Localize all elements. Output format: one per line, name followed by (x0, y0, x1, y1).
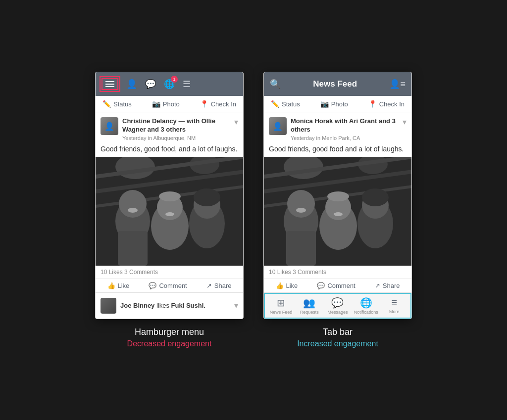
right-post-chevron-icon: ▾ (403, 117, 406, 127)
requests-tab-icon: 👥 (303, 297, 315, 309)
svg-rect-8 (118, 231, 148, 266)
preview-target: Fuki Sushi. (171, 302, 205, 309)
avatar-image: 👤 (101, 117, 118, 135)
hamburger-line-3 (105, 86, 114, 87)
profile-icon[interactable]: 👤≡ (389, 79, 406, 90)
right-post-meta: Monica Horak with Ari Grant and 3 others… (291, 117, 406, 141)
newsfeed-tab-label: News Feed (270, 310, 293, 315)
tab-bar: ⊞ News Feed 👥 Requests 💬 Messages 🌐 Noti… (264, 293, 411, 319)
right-checkin-action[interactable]: 📍 Check In (368, 100, 405, 108)
share-action[interactable]: ↗ Share (206, 282, 232, 289)
svg-point-11 (159, 191, 181, 201)
preview-name: Joe Binney (120, 302, 154, 309)
right-photo-action[interactable]: 📷 Photo (320, 100, 348, 108)
like-label: Like (118, 282, 130, 289)
notification-badge: 1 (171, 76, 178, 83)
left-post-meta: Christine Delancy — with Ollie Wagner an… (122, 117, 238, 141)
right-like-label: Like (286, 282, 298, 289)
right-post-name: Monica Horak with Ari Grant and 3 others (291, 117, 406, 134)
like-action[interactable]: 👍 Like (107, 282, 130, 289)
preview-avatar (101, 298, 116, 314)
svg-point-7 (119, 190, 147, 218)
svg-point-31 (362, 188, 389, 206)
tab-notifications[interactable]: 🌐 Notifications (354, 297, 378, 315)
left-label-sub: Decreased engagement (127, 339, 212, 348)
left-post-stats: 10 Likes 3 Comments (96, 266, 243, 279)
right-phone-label: Tab bar Increased engagement (297, 327, 378, 348)
left-post-sub: Yesterday in Albuquerque, NM (122, 135, 238, 141)
comment-action[interactable]: 💬 Comment (149, 282, 187, 289)
notifications-tab-icon: 🌐 (360, 297, 372, 309)
tab-more[interactable]: ≡ More (382, 297, 406, 314)
more-tab-icon: ≡ (392, 297, 398, 308)
right-comment-label: Comment (327, 282, 355, 289)
svg-point-33 (334, 212, 343, 216)
right-photo-icon: 📷 (320, 100, 329, 108)
right-share-label: Share (383, 282, 400, 289)
newsfeed-tab-icon: ⊞ (277, 297, 285, 309)
left-post-name: Christine Delancy — with Ollie Wagner an… (122, 117, 238, 134)
right-post-stats: 10 Likes 3 Comments (264, 266, 411, 279)
checkin-action[interactable]: 📍 Check In (200, 100, 236, 108)
menu-nav-icon[interactable]: ☰ (183, 79, 191, 90)
share-icon: ↗ (206, 282, 212, 289)
requests-tab-label: Requests (300, 310, 319, 315)
friends-nav-icon[interactable]: 👤 (126, 79, 137, 90)
photo-label: Photo (163, 100, 180, 108)
svg-point-14 (194, 188, 220, 206)
author-name: Christine Delancy (122, 117, 177, 125)
chat-nav-icon[interactable]: 💬 (145, 79, 156, 90)
right-avatar-image: 👤 (269, 117, 287, 135)
preview-chevron-icon: ▾ (234, 301, 238, 310)
more-tab-label: More (389, 309, 400, 314)
photo-action[interactable]: 📷 Photo (152, 100, 180, 108)
svg-point-16 (165, 212, 174, 216)
right-checkin-label: Check In (379, 100, 405, 108)
comparison-container: 👤 💬 🌐 1 ☰ ✏️ Status 📷 Photo (95, 72, 412, 348)
right-share-action[interactable]: ↗ Share (375, 282, 400, 289)
right-phone: 🔍 News Feed 👤≡ ✏️ Status 📷 Photo 📍 (263, 72, 412, 319)
right-comment-icon: 💬 (317, 282, 325, 289)
right-post-1: 👤 Monica Horak with Ari Grant and 3 othe… (264, 112, 411, 293)
tab-messages[interactable]: 💬 Messages (325, 297, 350, 315)
hamburger-menu-button[interactable] (101, 78, 118, 90)
svg-rect-25 (286, 231, 316, 266)
left-post-actions: 👍 Like 💬 Comment ↗ Share (96, 279, 243, 292)
messages-tab-icon: 💬 (331, 297, 344, 309)
left-nav-bar: 👤 💬 🌐 1 ☰ (96, 72, 243, 96)
share-label: Share (214, 282, 232, 289)
left-post-preview: Joe Binney likes Fuki Sushi. ▾ (96, 293, 243, 319)
checkin-label: Check In (211, 100, 236, 108)
tab-requests[interactable]: 👥 Requests (297, 297, 322, 315)
right-checkin-icon: 📍 (368, 100, 377, 108)
right-label-sub: Increased engagement (297, 339, 378, 348)
tab-newsfeed[interactable]: ⊞ News Feed (269, 297, 294, 315)
left-post-avatar: 👤 (101, 117, 118, 135)
photo-icon: 📷 (152, 100, 160, 108)
right-post-image (264, 157, 411, 266)
right-action-bar: ✏️ Status 📷 Photo 📍 Check In (264, 96, 411, 112)
right-status-action[interactable]: ✏️ Status (271, 100, 300, 108)
status-action[interactable]: ✏️ Status (102, 100, 132, 108)
right-post-sub: Yesterday in Menlo Park, CA (291, 135, 406, 141)
right-nav-bar: 🔍 News Feed 👤≡ (264, 72, 411, 96)
notifications-tab-label: Notifications (354, 310, 378, 315)
right-comment-action[interactable]: 💬 Comment (317, 282, 355, 289)
svg-point-24 (287, 190, 315, 218)
right-friends-photo-svg (264, 157, 412, 266)
preview-text: Joe Binney likes Fuki Sushi. (120, 302, 205, 309)
post-chevron-icon: ▾ (234, 117, 238, 127)
comment-icon: 💬 (149, 282, 156, 289)
globe-nav-icon[interactable]: 🌐 1 (164, 79, 175, 90)
right-like-action[interactable]: 👍 Like (276, 282, 298, 289)
svg-point-28 (327, 191, 349, 201)
cyan-line-horizontal (411, 308, 412, 309)
left-post-header: 👤 Christine Delancy — with Ollie Wagner … (96, 112, 243, 143)
right-post-actions: 👍 Like 💬 Comment ↗ Share (264, 279, 411, 292)
status-icon: ✏️ (102, 100, 111, 108)
friends-photo-svg (96, 157, 244, 266)
nav-title: News Feed (313, 79, 357, 89)
right-post-header: 👤 Monica Horak with Ari Grant and 3 othe… (264, 112, 411, 143)
search-icon[interactable]: 🔍 (270, 79, 281, 90)
like-icon: 👍 (107, 282, 115, 289)
